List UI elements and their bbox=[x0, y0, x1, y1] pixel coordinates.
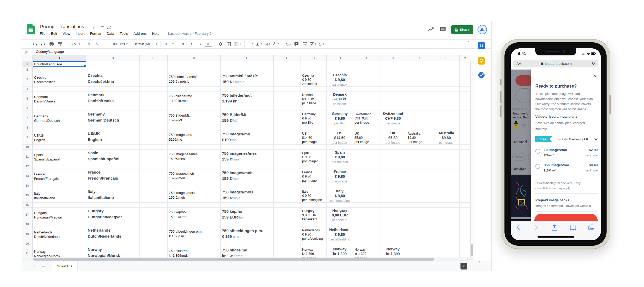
cell-J5[interactable] bbox=[380, 91, 406, 106]
cell-B21[interactable]: NorwayNorwegian/Norsk bbox=[86, 246, 140, 257]
cell-I21[interactable]: Norwaykr 1 399per bilde bbox=[353, 246, 380, 257]
cell-F11[interactable] bbox=[274, 150, 301, 164]
cell-I13[interactable] bbox=[353, 169, 380, 183]
share-button[interactable]: Share bbox=[451, 25, 473, 34]
back-icon[interactable] bbox=[517, 225, 520, 230]
col-header-G[interactable]: G bbox=[301, 55, 327, 61]
undo-icon[interactable] bbox=[31, 41, 38, 48]
cell-K7[interactable] bbox=[406, 111, 433, 125]
cell-J8[interactable] bbox=[380, 125, 406, 130]
cell-A12[interactable] bbox=[33, 164, 86, 169]
cell-B14[interactable] bbox=[86, 183, 140, 188]
col-header-B[interactable]: B bbox=[86, 55, 140, 61]
cell-I17[interactable] bbox=[353, 208, 380, 222]
cell-J4[interactable] bbox=[380, 87, 406, 91]
cell-K13[interactable] bbox=[406, 169, 433, 183]
radio-icon[interactable] bbox=[535, 164, 540, 169]
cell-B20[interactable] bbox=[86, 241, 140, 246]
cell-B18[interactable] bbox=[86, 222, 140, 227]
reader-button[interactable]: AA bbox=[517, 62, 521, 66]
cell-K4[interactable] bbox=[406, 87, 433, 91]
cell-E10[interactable] bbox=[221, 145, 274, 150]
cell-H3[interactable]: Czechia€ 9,80za snímek bbox=[327, 72, 353, 87]
cell-M4[interactable] bbox=[460, 87, 470, 91]
cell-J7[interactable]: SwitzerlandCHF 9,80per image bbox=[380, 111, 406, 125]
comment-icon[interactable] bbox=[440, 26, 446, 33]
cell-E8[interactable] bbox=[221, 125, 274, 130]
redo-icon[interactable] bbox=[40, 41, 47, 48]
cell-E9[interactable]: 750 images/mo$199/mo bbox=[221, 130, 274, 145]
cell-A3[interactable]: CzechiaCzech/čeština bbox=[33, 72, 86, 87]
cell-G3[interactable]: Czechia€ 9,80za snímek bbox=[301, 72, 327, 87]
cell-G21[interactable]: Norwaykr 1 399pr. billede bbox=[301, 246, 327, 257]
cell-K21[interactable] bbox=[406, 246, 433, 257]
tabs-icon[interactable] bbox=[588, 225, 595, 230]
row-header-21[interactable]: 21 bbox=[22, 246, 33, 257]
cell-L9[interactable]: Australia$9.80per image bbox=[433, 130, 460, 145]
cell-D10[interactable] bbox=[168, 145, 221, 150]
cell-B11[interactable]: SpainSpanish/Español bbox=[86, 150, 140, 164]
cell-I15[interactable] bbox=[353, 188, 380, 203]
menu-help[interactable]: Help bbox=[152, 32, 159, 36]
tag-music[interactable]: music bbox=[512, 153, 526, 160]
cell-L11[interactable] bbox=[433, 150, 460, 164]
cell-H7[interactable]: Germany€ 9,80pro Bild bbox=[327, 111, 353, 125]
cell-J13[interactable] bbox=[380, 169, 406, 183]
cell-M2[interactable] bbox=[460, 67, 470, 72]
cell-D12[interactable] bbox=[168, 164, 221, 169]
cell-A21[interactable]: NorwayNorwegian/Norsk bbox=[33, 246, 86, 257]
font-size-select[interactable]: 10▼ bbox=[163, 41, 174, 48]
cell-K18[interactable] bbox=[406, 222, 433, 227]
cell-L2[interactable] bbox=[433, 67, 460, 72]
cell-B5[interactable]: DenmarkDanish/Danks bbox=[86, 91, 140, 106]
more-formats-button[interactable]: 123▼ bbox=[119, 41, 128, 48]
cell-D16[interactable] bbox=[168, 203, 221, 208]
cell-H18[interactable] bbox=[327, 222, 353, 227]
cell-J16[interactable] bbox=[380, 203, 406, 208]
cell-F15[interactable] bbox=[274, 188, 301, 203]
cell-G14[interactable] bbox=[301, 183, 327, 188]
close-icon[interactable]: ✕ bbox=[593, 73, 597, 79]
row-header-3[interactable]: 3 bbox=[22, 72, 33, 87]
cell-F14[interactable] bbox=[274, 183, 301, 188]
similar-thumbnail-2[interactable] bbox=[511, 219, 531, 221]
cell-C20[interactable] bbox=[140, 241, 168, 246]
cell-M6[interactable] bbox=[460, 106, 470, 111]
cell-G10[interactable] bbox=[301, 145, 327, 150]
refresh-icon[interactable]: ↻ bbox=[592, 61, 595, 66]
doc-title[interactable]: Pricing - Translations bbox=[40, 24, 84, 30]
cell-C2[interactable] bbox=[140, 67, 168, 72]
cell-H17[interactable]: Hungary9,80 EURképenként bbox=[327, 208, 353, 222]
sheet-tab[interactable]: Sheet1 ▼ bbox=[52, 261, 78, 271]
cell-M19[interactable] bbox=[460, 227, 470, 241]
cell-G17[interactable]: Hungary9,80 EURképenként bbox=[301, 208, 327, 222]
row-header-11[interactable]: 11 bbox=[22, 150, 33, 164]
cell-A4[interactable] bbox=[33, 87, 86, 91]
format-currency-button[interactable]: $ bbox=[86, 41, 93, 48]
cell-H15[interactable]: Italy€ 9,80per immagine bbox=[327, 188, 353, 203]
cell-G20[interactable] bbox=[301, 241, 327, 246]
fill-color-icon[interactable] bbox=[217, 41, 224, 48]
toolbar-collapse-icon[interactable]: ⌃ bbox=[467, 41, 470, 45]
cell-G18[interactable] bbox=[301, 222, 327, 227]
cell-M18[interactable] bbox=[460, 222, 470, 227]
cell-C5[interactable] bbox=[140, 91, 168, 106]
cell-D19[interactable]: 750 afbeeldingen p.m.€ 159 p.m. bbox=[168, 227, 221, 241]
star-icon[interactable]: ☆ bbox=[92, 25, 96, 30]
cell-K9[interactable]: Australia$9.80per image bbox=[406, 130, 433, 145]
cell-F3[interactable] bbox=[274, 72, 301, 87]
cell-J15[interactable] bbox=[380, 188, 406, 203]
zoom-select[interactable]: 100%▼ bbox=[69, 41, 80, 48]
bookmarks-icon[interactable] bbox=[570, 225, 576, 230]
cell-L8[interactable] bbox=[433, 125, 460, 130]
home-indicator[interactable] bbox=[537, 236, 574, 238]
purchase-cta-button[interactable] bbox=[534, 214, 598, 221]
cell-B19[interactable]: NetherlandsDutch/Nederlands bbox=[86, 227, 140, 241]
cell-L16[interactable] bbox=[433, 203, 460, 208]
col-header-K[interactable]: K bbox=[406, 55, 433, 61]
sheets-logo-icon[interactable] bbox=[27, 24, 35, 34]
filter-icon[interactable]: ▼ bbox=[310, 41, 317, 48]
cell-B1[interactable] bbox=[86, 61, 140, 67]
cell-A14[interactable] bbox=[33, 183, 86, 188]
cell-C17[interactable] bbox=[140, 208, 168, 222]
